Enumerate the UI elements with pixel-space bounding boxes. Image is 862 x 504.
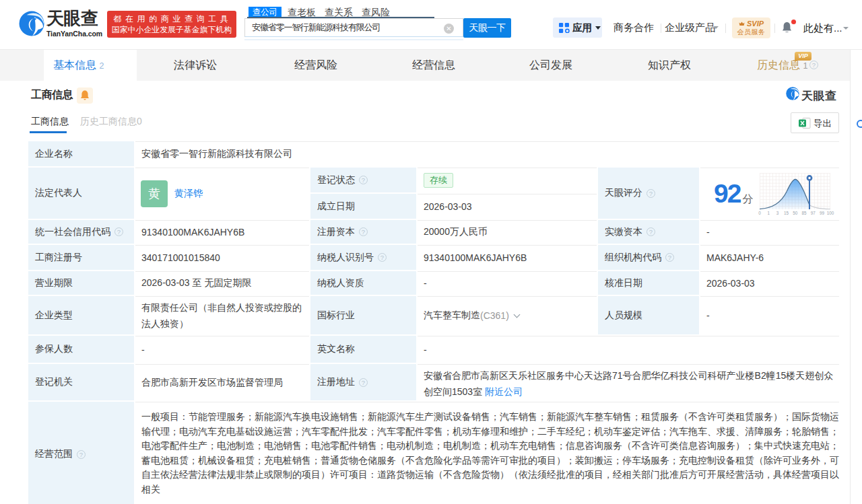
- svg-text:97: 97: [811, 211, 816, 215]
- svg-text:99: 99: [820, 211, 825, 215]
- svg-text:3: 3: [776, 211, 779, 215]
- svg-text:100: 100: [827, 211, 834, 215]
- svg-text:50: 50: [793, 211, 798, 215]
- svg-text:0: 0: [758, 211, 761, 215]
- svg-text:15: 15: [784, 211, 789, 215]
- svg-text:1: 1: [767, 211, 770, 215]
- svg-text:85: 85: [801, 211, 807, 215]
